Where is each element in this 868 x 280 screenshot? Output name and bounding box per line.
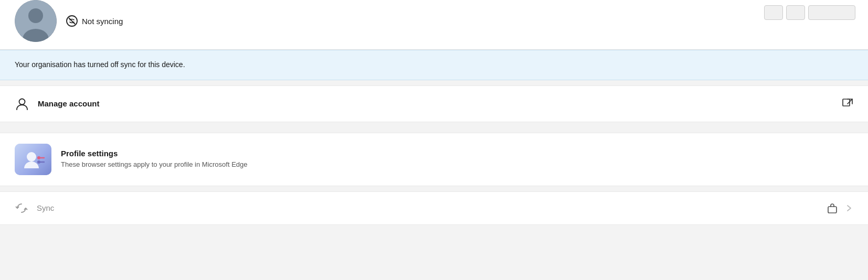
- chevron-right-icon: [845, 204, 853, 212]
- svg-rect-13: [828, 207, 837, 213]
- sync-row[interactable]: Sync: [0, 191, 868, 225]
- header-button-2[interactable]: [786, 5, 805, 20]
- profile-settings-icon-container: [15, 144, 51, 175]
- header-button-1[interactable]: [764, 5, 783, 20]
- header-button-3[interactable]: [808, 5, 855, 20]
- profile-settings-title: Profile settings: [61, 149, 853, 158]
- header-buttons: [764, 5, 855, 20]
- sync-status: Not syncing: [66, 15, 123, 27]
- not-syncing-icon: [66, 15, 78, 27]
- profile-settings-section: Profile settings These browser settings …: [0, 133, 868, 186]
- sync-status-text: Not syncing: [82, 17, 123, 26]
- sync-icon: [15, 201, 28, 215]
- section-divider-1: [0, 80, 868, 85]
- manage-account-row[interactable]: Manage account: [0, 85, 868, 122]
- sync-row-right: [826, 202, 853, 214]
- external-link-icon: [842, 98, 853, 110]
- profile-header: Not syncing: [0, 0, 868, 50]
- profile-settings-text-group: Profile settings These browser settings …: [61, 149, 853, 169]
- svg-point-8: [27, 152, 36, 161]
- person-icon: [15, 96, 29, 111]
- section-divider-2: [0, 122, 868, 127]
- bag-icon: [826, 202, 839, 214]
- avatar-image: [15, 0, 57, 42]
- sync-row-label: Sync: [37, 203, 826, 212]
- svg-point-1: [28, 8, 43, 23]
- info-banner: Your organisation has turned off sync fo…: [0, 50, 868, 80]
- manage-account-label: Manage account: [38, 99, 842, 108]
- profile-settings-subtitle: These browser settings apply to your pro…: [61, 160, 853, 169]
- profile-settings-row: Profile settings These browser settings …: [0, 133, 868, 186]
- profile-settings-icon-inner: [15, 144, 51, 175]
- info-banner-text: Your organisation has turned off sync fo…: [15, 60, 185, 69]
- svg-point-5: [19, 99, 25, 104]
- avatar: [15, 0, 57, 42]
- page-container: Not syncing Your organisation has turned…: [0, 0, 868, 225]
